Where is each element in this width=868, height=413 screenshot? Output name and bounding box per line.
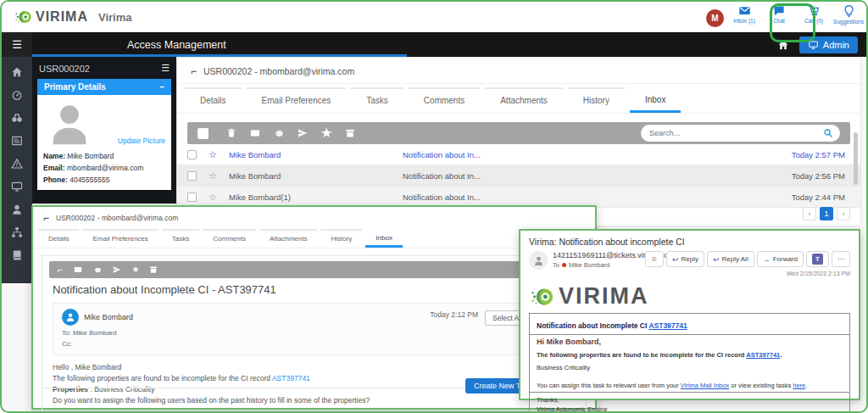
- suggestions-button[interactable]: Suggestions: [834, 4, 863, 25]
- tab-comments[interactable]: Comments: [409, 87, 480, 113]
- pagination: ‹ 1 ›: [803, 207, 850, 220]
- send-icon[interactable]: [113, 265, 121, 274]
- chat-button[interactable]: Chat: [765, 4, 793, 24]
- tab-inbox[interactable]: Inbox: [365, 230, 403, 248]
- tab-email-preferences[interactable]: Email Preferences: [247, 87, 347, 113]
- tab-tasks[interactable]: Tasks: [162, 229, 199, 248]
- back-icon[interactable]: ⌐: [191, 65, 197, 77]
- sidebar-home-icon[interactable]: [11, 66, 23, 78]
- back-icon[interactable]: ⌐: [58, 265, 63, 275]
- mark-unread-icon[interactable]: [73, 265, 83, 274]
- inbox-button[interactable]: Inbox (1): [730, 4, 759, 24]
- row-checkbox[interactable]: [187, 193, 197, 202]
- record-tabs: Details Email Preferences Tasks Comments…: [33, 227, 595, 248]
- current-page-button[interactable]: 1: [820, 207, 833, 220]
- user-avatar[interactable]: M: [706, 9, 724, 27]
- star-toggle-icon[interactable]: ☆: [197, 149, 229, 160]
- cart-button[interactable]: Cart (0): [799, 4, 828, 24]
- greeting-line: Hello , Mike Bombard: [53, 362, 576, 373]
- body-line-3: Do you want to assign the following user…: [53, 395, 576, 406]
- tab-attachments[interactable]: Attachments: [259, 229, 317, 248]
- main-record-panel: ⌐ USR000202 - mbombard@virima.com Detail…: [176, 57, 861, 226]
- star-toggle-icon[interactable]: ☆: [197, 170, 229, 181]
- select-all-checkbox[interactable]: [198, 128, 209, 139]
- to-name: Mike Bombard: [569, 261, 609, 269]
- email-heading: Notification about Incomplete CI AST3977…: [537, 321, 687, 330]
- sidebar-docs-icon[interactable]: [11, 249, 23, 261]
- tab-details[interactable]: Details: [185, 87, 242, 113]
- prev-page-button[interactable]: ‹: [803, 207, 816, 220]
- sidebar-records-icon[interactable]: [11, 135, 23, 147]
- virima-mail-inbox-link[interactable]: Virima Mail Inbox: [681, 382, 729, 389]
- cart-icon: [807, 4, 821, 17]
- search-icon[interactable]: [823, 128, 833, 138]
- primary-details-header[interactable]: Primary Details −: [37, 79, 171, 95]
- row-subject: Notification about In...: [403, 150, 723, 159]
- sidebar-discovery-icon[interactable]: [11, 112, 23, 124]
- send-icon[interactable]: [298, 128, 308, 138]
- sidebar-users-icon[interactable]: [11, 204, 23, 215]
- admin-button[interactable]: Admin: [799, 36, 858, 53]
- mark-unread-icon[interactable]: [249, 128, 261, 138]
- top-bar: VIRIMA Virima M Inbox (1) Chat Cart (0) …: [2, 2, 866, 32]
- sidebar-assets-icon[interactable]: [11, 181, 23, 193]
- virima-app-screenshot: VIRIMA Virima M Inbox (1) Chat Cart (0) …: [0, 0, 868, 413]
- reply-button[interactable]: ↩Reply: [666, 251, 704, 267]
- emoji-reaction-button[interactable]: ☺: [645, 251, 664, 267]
- inbox-label: Inbox (1): [733, 18, 755, 24]
- forward-button[interactable]: →Forward: [757, 251, 804, 267]
- record-breadcrumb: USR000202 - mbombard@virima.com: [203, 66, 354, 76]
- scrollbar[interactable]: [854, 132, 858, 185]
- tab-details[interactable]: Details: [38, 229, 79, 248]
- update-picture-link[interactable]: Update Picture: [118, 137, 165, 145]
- ci-record-link[interactable]: AST397741: [746, 351, 780, 359]
- tab-inbox[interactable]: Inbox: [630, 88, 681, 113]
- archive-icon[interactable]: [345, 128, 355, 138]
- tab-history[interactable]: History: [568, 87, 625, 113]
- sender-card: Mike Bombard To: Mike Bombard Cc: Today …: [53, 303, 576, 355]
- star-toggle-icon[interactable]: ☆: [197, 192, 229, 203]
- row-time: Today 2:57 PM: [723, 150, 850, 159]
- inbox-row-1[interactable]: ☆ Mike Bombard Notification about In... …: [177, 144, 860, 165]
- teams-icon: T: [812, 254, 823, 265]
- sidebar-alerts-icon[interactable]: [11, 158, 23, 170]
- hamburger-menu-icon[interactable]: ☰: [2, 32, 32, 57]
- teams-share-button[interactable]: T: [806, 251, 829, 267]
- sidebar-dashboard-icon[interactable]: [11, 89, 23, 101]
- virima-logo-text: VIRIMA: [36, 9, 88, 25]
- suggestions-label: Suggestions: [833, 19, 864, 25]
- ci-record-link[interactable]: AST397741: [648, 321, 687, 330]
- sender-avatar-icon: [62, 309, 79, 326]
- email-action-buttons: ☺ ↩Reply ↩Reply All →Forward T ⋯: [645, 251, 850, 267]
- existing-tasks-link[interactable]: here: [793, 382, 805, 389]
- panel-menu-icon[interactable]: ☰: [161, 63, 170, 74]
- email-body-box: Notification about Incomplete CI AST3977…: [529, 313, 850, 413]
- more-actions-button[interactable]: ⋯: [832, 251, 850, 267]
- next-page-button[interactable]: ›: [837, 207, 850, 220]
- inbox-row-2[interactable]: ☆ Mike Bombard Notification about In... …: [177, 165, 860, 187]
- row-time: Today 2:56 PM: [723, 171, 850, 181]
- home-icon[interactable]: [777, 37, 789, 53]
- tab-email-preferences[interactable]: Email Preferences: [82, 229, 158, 248]
- mark-read-icon[interactable]: [274, 129, 285, 138]
- reply-all-button[interactable]: ↩Reply All: [707, 251, 754, 267]
- page-title: Access Management: [127, 39, 226, 51]
- row-checkbox[interactable]: [187, 150, 197, 159]
- collapse-icon[interactable]: −: [159, 82, 164, 92]
- tab-tasks[interactable]: Tasks: [351, 87, 403, 113]
- mark-read-icon[interactable]: [93, 266, 103, 274]
- cc-line: Cc:: [62, 339, 430, 350]
- inbox-envelope-icon: [737, 4, 752, 17]
- inbox-search: [641, 125, 840, 142]
- tab-comments[interactable]: Comments: [203, 229, 256, 248]
- sidebar-network-icon[interactable]: [11, 226, 23, 238]
- tab-history[interactable]: History: [320, 229, 362, 248]
- search-input[interactable]: [648, 128, 823, 138]
- row-checkbox[interactable]: [187, 171, 197, 181]
- ci-record-link[interactable]: AST397741: [272, 374, 310, 382]
- to-line: To Mike Bombard: [553, 261, 645, 269]
- back-icon[interactable]: ⌐: [43, 212, 49, 224]
- tab-attachments[interactable]: Attachments: [485, 87, 563, 113]
- delete-icon[interactable]: [226, 128, 236, 138]
- archive-icon[interactable]: [149, 265, 158, 274]
